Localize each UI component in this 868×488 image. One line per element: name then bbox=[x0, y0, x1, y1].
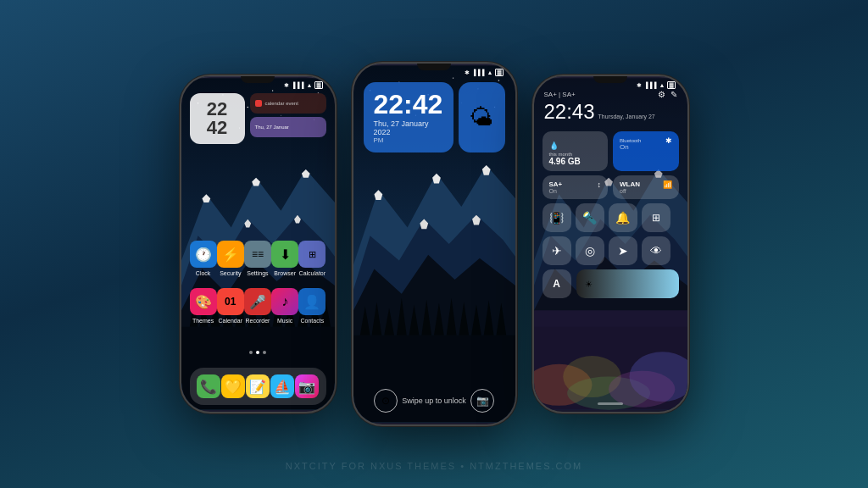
app-row-2: 🎨 Themes 01 Calendar 🎤 Recorder ♪ Music bbox=[190, 288, 326, 324]
app-row-1: 🕐 Clock ⚡ Security ≡≡ Settings ⬇ Browser bbox=[190, 241, 326, 276]
app-calendar[interactable]: 01 Calendar bbox=[217, 288, 244, 324]
rotation-btn[interactable]: ◎ bbox=[576, 236, 604, 265]
lock-weather-box: 🌤 bbox=[459, 82, 505, 152]
cc-icon-row-2: ✈ ◎ ➤ 👁 bbox=[542, 236, 679, 265]
location-btn[interactable]: ➤ bbox=[609, 236, 637, 265]
svg-point-38 bbox=[498, 80, 499, 81]
screen-btn[interactable]: ⊞ bbox=[642, 203, 670, 232]
notch-lock bbox=[417, 64, 451, 70]
mini-widget-date: Thu, 27 Januar bbox=[250, 117, 326, 137]
cc-time-area: 22:43 Thursday, January 27 bbox=[544, 100, 655, 124]
bluetooth-icon: ✱ bbox=[665, 136, 672, 145]
signal-icon: ↕ bbox=[598, 180, 602, 189]
contacts-icon: 👤 bbox=[298, 288, 326, 315]
watermark: NXTCITY FOR NXUS THEMES • NTMZTHEMES.COM bbox=[286, 461, 583, 471]
swipe-text: Swipe up to unlock bbox=[402, 396, 466, 405]
app-contacts[interactable]: 👤 Contacts bbox=[298, 288, 326, 324]
settings-icon: ≡≡ bbox=[244, 241, 271, 268]
lock-time-box: 22:42 Thu, 27 January 2022 PM bbox=[364, 82, 453, 152]
app-calculator[interactable]: ⊞ Calculator bbox=[298, 241, 326, 276]
wlan-tile[interactable]: 📶 WLAN off bbox=[613, 175, 679, 199]
bluetooth-tile[interactable]: ✱ Bluetooth On bbox=[613, 131, 679, 171]
calculator-icon: ⊞ bbox=[298, 241, 326, 268]
lock-period: PM bbox=[374, 136, 443, 144]
phone-home: ✱ ▐▐▐ ▲ ▓ 22 42 calendar event bbox=[180, 75, 337, 413]
home-screen: ✱ ▐▐▐ ▲ ▓ 22 42 calendar event bbox=[181, 76, 335, 412]
dock-phone[interactable]: 📞 bbox=[197, 374, 220, 398]
sa-status: On bbox=[549, 188, 602, 194]
app-music[interactable]: ♪ Music bbox=[271, 288, 298, 324]
data-icon: 💧 bbox=[549, 141, 559, 150]
data-tile[interactable]: 💧 this month 4.96 GB bbox=[542, 131, 609, 171]
cc-bottom-row: A ☀ bbox=[542, 269, 679, 298]
lock-time-widget: 22:42 Thu, 27 January 2022 PM 🌤 bbox=[364, 82, 505, 152]
dock-browser2[interactable]: ⛵ bbox=[270, 374, 294, 398]
notification-btn[interactable]: 🔔 bbox=[609, 203, 637, 232]
calendar-icon: 01 bbox=[217, 288, 244, 315]
cc-widgets: 💧 this month 4.96 GB ✱ Bluetooth On ↕ SA… bbox=[542, 131, 679, 298]
dot-2 bbox=[256, 351, 259, 354]
brightness-icon: ☀ bbox=[585, 280, 593, 289]
security-icon: ⚡ bbox=[217, 241, 244, 268]
vibrate-btn[interactable]: 📳 bbox=[542, 203, 571, 232]
bluetooth-status: On bbox=[620, 143, 672, 151]
sa-tile[interactable]: ↕ SA+ On bbox=[542, 175, 609, 199]
cc-edit-icon[interactable]: ✎ bbox=[670, 90, 677, 99]
contacts-label: Contacts bbox=[301, 318, 325, 324]
text-size-btn[interactable]: A bbox=[542, 269, 571, 298]
clock-label: Clock bbox=[196, 270, 211, 276]
cc-title: SA+ | SA+ bbox=[544, 91, 576, 98]
dot-3 bbox=[263, 351, 266, 354]
app-security[interactable]: ⚡ Security bbox=[217, 241, 244, 276]
security-label: Security bbox=[220, 270, 241, 276]
weather-icon: 🌤 bbox=[470, 103, 493, 131]
app-clock[interactable]: 🕐 Clock bbox=[190, 241, 217, 276]
dock-camera[interactable]: 📷 bbox=[295, 374, 319, 398]
settings-label: Settings bbox=[247, 270, 268, 276]
mini-widget-event: calendar event bbox=[250, 93, 326, 114]
recorder-icon: 🎤 bbox=[244, 288, 271, 315]
data-value: 4.96 GB bbox=[549, 157, 602, 166]
cc-settings-icon[interactable]: ⚙ bbox=[658, 90, 665, 99]
phones-container: ✱ ▐▐▐ ▲ ▓ 22 42 calendar event bbox=[180, 62, 689, 426]
eye-btn[interactable]: 👁 bbox=[642, 236, 670, 265]
lock-status-icons: ✱ ▐▐▐ ▲ ▓ bbox=[465, 69, 504, 76]
calculator-label: Calculator bbox=[299, 270, 326, 276]
phone-lock: ✱ ▐▐▐ ▲ ▓ 22:42 Thu, 27 January 2022 PM … bbox=[352, 62, 517, 426]
fingerprint-icon[interactable]: ⊙ bbox=[374, 389, 398, 413]
recorder-label: Recorder bbox=[246, 318, 270, 324]
wifi-icon: 📶 bbox=[663, 180, 672, 189]
browser-label: Browser bbox=[274, 270, 296, 276]
themes-label: Themes bbox=[192, 318, 214, 324]
page-dots bbox=[249, 351, 266, 354]
status-icons: ✱ ▐▐▐ ▲ ▓ bbox=[284, 81, 323, 89]
flashlight-btn[interactable]: 🔦 bbox=[576, 203, 604, 232]
lock-date: Thu, 27 January 2022 bbox=[374, 119, 443, 136]
cc-status-icons: ✱ ▐▐▐ ▲ ▓ bbox=[637, 81, 676, 89]
app-themes[interactable]: 🎨 Themes bbox=[190, 288, 217, 324]
cc-time: 22:43 bbox=[544, 100, 595, 124]
dock-wallet[interactable]: 💛 bbox=[221, 374, 245, 398]
cc-time-detail: Thursday, January 27 bbox=[598, 114, 655, 119]
lock-camera-icon[interactable]: 📷 bbox=[470, 389, 494, 413]
phone-control-center: ✱ ▐▐▐ ▲ ▓ SA+ | SA+ ⚙ ✎ 22:43 Thursday, … bbox=[532, 75, 689, 413]
lock-screen: ✱ ▐▐▐ ▲ ▓ 22:42 Thu, 27 January 2022 PM … bbox=[353, 64, 515, 424]
widget-area: 22 42 calendar event Thu, 27 Januar bbox=[190, 93, 326, 144]
time-display-home2: 42 bbox=[207, 119, 227, 137]
phone-icon: 📞 bbox=[197, 374, 220, 398]
sa-label: SA+ bbox=[549, 180, 602, 188]
app-browser[interactable]: ⬇ Browser bbox=[271, 241, 298, 276]
dock-notes[interactable]: 📝 bbox=[246, 374, 270, 398]
brightness-slider[interactable]: ☀ bbox=[576, 269, 679, 298]
app-recorder[interactable]: 🎤 Recorder bbox=[244, 288, 271, 324]
camera-icon: 📷 bbox=[295, 374, 319, 398]
notes-icon: 📝 bbox=[246, 374, 270, 398]
control-center-screen: ✱ ▐▐▐ ▲ ▓ SA+ | SA+ ⚙ ✎ 22:43 Thursday, … bbox=[534, 76, 687, 412]
app-settings[interactable]: ≡≡ Settings bbox=[244, 241, 271, 276]
airplane-btn[interactable]: ✈ bbox=[542, 236, 571, 265]
wlan-status: off bbox=[620, 188, 672, 194]
cc-icon-row-1: 📳 🔦 🔔 ⊞ bbox=[542, 203, 679, 232]
cc-header-icons: ⚙ ✎ bbox=[658, 90, 677, 99]
lock-bottom: ⊙ Swipe up to unlock 📷 bbox=[353, 389, 515, 413]
widget-right-stack: calendar event Thu, 27 Januar bbox=[250, 93, 326, 144]
